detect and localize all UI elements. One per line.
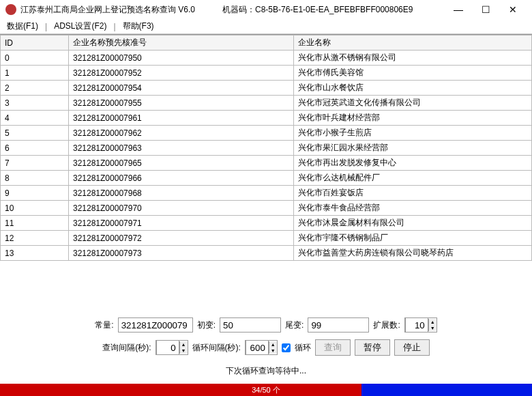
table-row[interactable]: 9321281Z00007968兴化市百姓宴饭店 [1, 186, 532, 201]
table-row[interactable]: 7321281Z00007965兴化市再出发脱发修复中心 [1, 156, 532, 171]
table-row[interactable]: 6321281Z00007963兴化市果汇园水果经营部 [1, 141, 532, 156]
expand-down-icon[interactable]: ▼ [429, 325, 437, 331]
query-interval-input[interactable] [156, 340, 179, 355]
query-interval-label: 查询间隔(秒): [102, 342, 151, 354]
expand-label: 扩展数: [373, 320, 400, 331]
const-input[interactable] [118, 317, 193, 333]
table-row[interactable]: 1321281Z00007952兴化市傅氏美容馆 [1, 66, 532, 81]
expand-input[interactable] [405, 317, 428, 333]
controls-panel: 常量: 初变: 尾变: 扩展数: ▲▼ 查询间隔(秒): ▲▼ 循环间隔(秒):… [0, 311, 532, 384]
window-titlebar: 江苏泰州工商局企业网上登记预选名称查询 V6.0 机器码：C8-5B-76-E1… [0, 0, 532, 19]
col-name[interactable]: 企业名称 [294, 36, 532, 51]
expand-up-icon[interactable]: ▲ [429, 319, 437, 325]
results-table-wrap[interactable]: ID 企业名称预先核准号 企业名称 0321281Z00007950兴化市从激不… [0, 34, 532, 311]
query-button[interactable]: 查询 [315, 339, 351, 356]
tail-label: 尾变: [285, 320, 304, 331]
table-row[interactable]: 11321281Z00007971兴化市沐晨金属材料有限公司 [1, 216, 532, 231]
minimize-button[interactable]: — [445, 0, 472, 19]
table-row[interactable]: 2321281Z00007954兴化市山水餐饮店 [1, 81, 532, 96]
loop-checkbox-label: 循环 [295, 342, 311, 354]
progress-text: 34/50 个 [0, 384, 532, 396]
init-input[interactable] [220, 317, 281, 333]
menu-adsl[interactable]: ADSL设置(F2) [51, 19, 109, 33]
loop-checkbox[interactable] [282, 343, 291, 352]
li-down-icon[interactable]: ▼ [269, 348, 277, 354]
close-button[interactable]: ✕ [499, 0, 527, 19]
table-row[interactable]: 13321281Z00007973兴化市益善堂大药房连锁有限公司晓琴药店 [1, 246, 532, 261]
window-title: 江苏泰州工商局企业网上登记预选名称查询 V6.0 [20, 4, 195, 16]
table-row[interactable]: 8321281Z00007966兴化市么达机械配件厂 [1, 171, 532, 186]
qi-down-icon[interactable]: ▼ [180, 348, 188, 354]
table-row[interactable]: 5321281Z00007962兴化市小猴子生煎店 [1, 126, 532, 141]
table-row[interactable]: 4321281Z00007961兴化市叶兵建材经营部 [1, 111, 532, 126]
loop-interval-label: 循环间隔(秒): [192, 342, 241, 354]
menu-data[interactable]: 数据(F1) [4, 19, 41, 33]
init-label: 初变: [197, 320, 216, 331]
expand-stepper[interactable]: ▲▼ [404, 317, 437, 333]
table-row[interactable]: 12321281Z00007972兴化市宇隆不锈钢制品厂 [1, 231, 532, 246]
table-row[interactable]: 0321281Z00007950兴化市从激不锈钢有限公司 [1, 51, 532, 66]
col-regno[interactable]: 企业名称预先核准号 [69, 36, 294, 51]
query-interval-stepper[interactable]: ▲▼ [156, 340, 188, 355]
loop-interval-input[interactable] [246, 340, 269, 355]
menu-bar: 数据(F1) | ADSL设置(F2) | 帮助(F3) [0, 19, 532, 34]
loop-interval-stepper[interactable]: ▲▼ [245, 340, 278, 355]
progress-bar: 34/50 个 [0, 384, 532, 396]
table-row[interactable]: 10321281Z00007970兴化市泰牛食品经营部 [1, 201, 532, 216]
machine-code-label: 机器码：C8-5B-76-E1-0E-EA_BFEBFBFF000806E9 [222, 4, 413, 16]
tail-input[interactable] [308, 317, 369, 333]
table-row[interactable]: 3321281Z00007955兴化市冠英武道文化传播有限公司 [1, 96, 532, 111]
const-label: 常量: [95, 320, 113, 331]
results-table: ID 企业名称预先核准号 企业名称 0321281Z00007950兴化市从激不… [0, 35, 532, 261]
menu-help[interactable]: 帮助(F3) [120, 19, 157, 33]
qi-up-icon[interactable]: ▲ [180, 341, 188, 348]
maximize-button[interactable]: ☐ [472, 0, 499, 19]
pause-button[interactable]: 暂停 [355, 339, 390, 356]
app-icon [5, 4, 16, 15]
stop-button[interactable]: 停止 [394, 339, 430, 356]
li-up-icon[interactable]: ▲ [269, 341, 277, 348]
status-text: 下次循环查询等待中... [14, 363, 518, 380]
col-id[interactable]: ID [1, 36, 69, 51]
